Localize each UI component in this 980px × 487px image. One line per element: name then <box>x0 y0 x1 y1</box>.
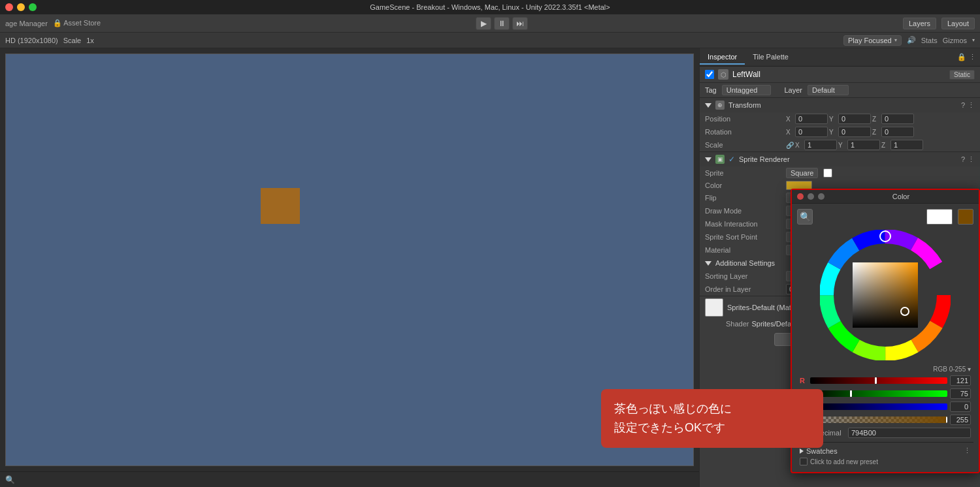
scale-row: Scale 🔗 X Y Z <box>700 138 980 151</box>
color-picker-titlebar: Color <box>792 190 979 204</box>
r-value-input[interactable] <box>950 375 971 386</box>
close-button[interactable] <box>5 3 13 11</box>
transform-header[interactable]: ⊕ Transform ? ⋮ <box>700 98 980 112</box>
minimize-button[interactable] <box>17 3 25 11</box>
swatches-header[interactable]: Swatches ⋮ <box>797 445 973 456</box>
scale-label: Scale <box>63 37 82 44</box>
a-slider-track[interactable] <box>810 416 947 423</box>
a-value-input[interactable] <box>950 415 971 425</box>
order-in-layer-label: Order in Layer <box>705 285 783 293</box>
b-slider-track[interactable] <box>810 403 947 410</box>
shader-label: Shader <box>726 320 749 328</box>
cp-minimize-button[interactable] <box>808 193 814 200</box>
b-slider-row: B <box>800 401 971 412</box>
play-focused-dropdown[interactable]: Play Focused ▾ <box>843 35 902 46</box>
color-wheel-container[interactable] <box>797 230 973 360</box>
b-value-input[interactable] <box>950 401 971 412</box>
swatches-label: Swatches <box>806 447 838 455</box>
transform-help-icon[interactable]: ? <box>961 101 965 110</box>
scale-z-input[interactable] <box>890 140 923 150</box>
r-slider-thumb[interactable] <box>875 377 877 384</box>
scale-link-icon: 🔗 <box>786 142 794 149</box>
rotation-value: X Y Z <box>786 127 914 137</box>
scale-x-input[interactable] <box>804 140 837 150</box>
hex-row: Hexadecimal <box>800 428 971 438</box>
layer-dropdown[interactable]: Default <box>808 85 849 95</box>
transform-label: Transform <box>728 101 761 109</box>
pos-y-input[interactable] <box>838 114 871 124</box>
pos-z-label: Z <box>872 116 880 123</box>
sprite-renderer-expand-icon <box>705 157 711 162</box>
tab-tile-palette[interactable]: Tile Palette <box>745 50 796 65</box>
eyedropper-icon: 🔍 <box>800 212 811 222</box>
position-label: Position <box>705 115 783 123</box>
sprite-label: Sprite <box>705 169 783 177</box>
go-icon: ⬡ <box>718 69 728 80</box>
maximize-button[interactable] <box>29 3 37 11</box>
play-focused-label: Play Focused <box>848 37 892 44</box>
sprite-renderer-header[interactable]: ▣ ✓ Sprite Renderer ? ⋮ <box>700 152 980 166</box>
tag-label: Tag <box>705 86 717 94</box>
r-slider-track[interactable] <box>810 377 947 384</box>
rgb-mode-row: RGB 0-255 ▾ <box>800 366 971 373</box>
play-button[interactable]: ▶ <box>476 17 491 30</box>
cp-close-button[interactable] <box>797 193 804 200</box>
layers-dropdown[interactable]: Layers <box>903 18 936 29</box>
rot-z-label: Z <box>872 129 880 136</box>
g-slider-thumb[interactable] <box>850 390 852 397</box>
step-button[interactable]: ⏭ <box>512 17 528 30</box>
gizmos-arrow: ▾ <box>972 37 975 43</box>
additional-settings-label: Additional Settings <box>715 259 775 267</box>
pos-z-input[interactable] <box>881 114 914 124</box>
tab-inspector[interactable]: Inspector <box>700 50 745 65</box>
eyedropper-button[interactable]: 🔍 <box>797 209 813 225</box>
rot-x-input[interactable] <box>795 127 828 137</box>
color-label: Color <box>705 181 783 189</box>
sprite-renderer-check[interactable]: ✓ <box>728 155 735 164</box>
r-slider-row: R <box>800 375 971 386</box>
color-wheel-svg[interactable] <box>820 230 951 360</box>
swatches-add-row[interactable]: Click to add new preset <box>797 456 973 467</box>
additional-settings-expand-icon <box>705 261 711 266</box>
a-slider-row: A <box>800 415 971 425</box>
flip-label: Flip <box>705 194 783 202</box>
inspector-icons: 🔒 ⋮ <box>957 53 980 61</box>
swatches-more-icon[interactable]: ⋮ <box>964 447 971 455</box>
stats-label[interactable]: Stats <box>921 37 938 44</box>
sprite-renderer-settings-icon[interactable]: ⋮ <box>968 155 975 164</box>
audio-icon[interactable]: 🔊 <box>907 36 916 44</box>
swatches-add-label: Click to add new preset <box>810 458 878 465</box>
sprite-value-field[interactable]: Square <box>786 168 818 178</box>
gameobject-header: ⬡ LeftWall Static <box>700 67 980 83</box>
more-icon[interactable]: ⋮ <box>969 53 976 61</box>
a-slider-thumb[interactable] <box>946 416 947 423</box>
tag-dropdown[interactable]: Untagged <box>722 85 772 95</box>
gameobject-name: LeftWall <box>732 70 760 79</box>
rgb-section: RGB 0-255 ▾ R G <box>797 366 973 438</box>
transform-settings-icon[interactable]: ⋮ <box>968 101 975 110</box>
transform-icon: ⊕ <box>715 101 725 110</box>
game-bottom-bar: 🔍 <box>0 471 699 487</box>
static-button[interactable]: Static <box>949 70 975 80</box>
toolbar-center: ▶ ⏸ ⏭ <box>476 17 528 30</box>
white-swatch[interactable] <box>926 209 953 225</box>
sprite-renderer-label: Sprite Renderer <box>739 155 790 163</box>
package-manager-link[interactable]: age Manager <box>5 20 48 27</box>
g-value-input[interactable] <box>950 388 971 399</box>
pause-button[interactable]: ⏸ <box>494 17 510 30</box>
gizmos-label[interactable]: Gizmos <box>943 37 967 44</box>
rot-z-input[interactable] <box>881 127 914 137</box>
lock-icon[interactable]: 🔒 <box>957 53 966 61</box>
pos-x-input[interactable] <box>795 114 828 124</box>
rot-y-input[interactable] <box>838 127 871 137</box>
scale-y-input[interactable] <box>847 140 880 150</box>
rgb-mode-label[interactable]: RGB 0-255 ▾ <box>933 366 971 373</box>
go-active-checkbox[interactable] <box>705 70 714 79</box>
sprite-thumbnail <box>823 168 832 178</box>
g-slider-track[interactable] <box>810 390 947 397</box>
asset-store-link[interactable]: 🔒 Asset Store <box>53 19 101 27</box>
sprite-renderer-help-icon[interactable]: ? <box>961 155 965 164</box>
hex-input[interactable] <box>848 428 971 438</box>
cp-maximize-button[interactable] <box>818 193 825 200</box>
layout-dropdown[interactable]: Layout <box>941 18 975 29</box>
